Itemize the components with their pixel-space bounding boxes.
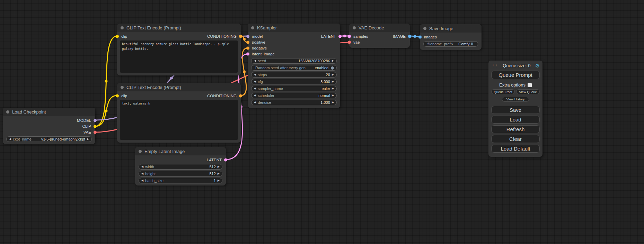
vae-input-dot[interactable] xyxy=(348,40,351,44)
output-port-latent[interactable]: LATENT xyxy=(135,157,226,163)
increment-arrow-icon[interactable]: ▶ xyxy=(332,94,334,97)
width-widget[interactable]: ◀ width 512 ▶ xyxy=(139,164,222,170)
increment-arrow-icon[interactable]: ▶ xyxy=(332,80,334,83)
input-port-latent-image[interactable]: latent_image xyxy=(248,51,340,57)
node-clip-text-encode-positive[interactable]: CLIP Text Encode (Prompt) clip CONDITION… xyxy=(117,24,241,75)
link-midpoint-dot[interactable] xyxy=(105,110,108,112)
input-port-positive[interactable]: positive xyxy=(248,39,340,45)
input-port-negative[interactable]: negative xyxy=(248,45,340,51)
decrement-arrow-icon[interactable]: ◀ xyxy=(254,94,256,97)
clip-port-dot[interactable] xyxy=(94,125,97,128)
increment-arrow-icon[interactable]: ▶ xyxy=(87,138,89,141)
drag-handle-icon[interactable]: ⋮⋮ xyxy=(491,63,498,68)
conditioning-output-dot[interactable] xyxy=(239,35,242,38)
extra-options-checkbox[interactable] xyxy=(528,83,532,87)
view-history-button[interactable]: View History xyxy=(502,97,529,102)
node-ksampler[interactable]: KSampler model LATENT positive negative … xyxy=(248,24,340,108)
decrement-arrow-icon[interactable]: ◀ xyxy=(141,179,143,182)
toggle-on-dot[interactable] xyxy=(331,66,334,70)
collapse-dot[interactable] xyxy=(423,27,426,30)
collapse-dot[interactable] xyxy=(139,150,142,153)
load-default-button[interactable]: Load Default xyxy=(491,145,540,153)
link-midpoint-dot[interactable] xyxy=(414,35,416,38)
node-save-image[interactable]: Save Image images filename_prefix ComfyU… xyxy=(420,24,482,50)
negative-input-dot[interactable] xyxy=(246,46,249,49)
node-title-bar[interactable]: Empty Latent Image xyxy=(135,147,226,155)
batch-size-widget[interactable]: ◀ batch_size 1 ▶ xyxy=(139,178,222,183)
node-title-bar[interactable]: Save Image xyxy=(420,24,482,33)
decrement-arrow-icon[interactable]: ◀ xyxy=(141,165,143,168)
conditioning-output-dot[interactable] xyxy=(239,94,242,97)
decrement-arrow-icon[interactable]: ◀ xyxy=(9,138,11,141)
link-midpoint-dot[interactable] xyxy=(243,38,246,40)
queue-front-button[interactable]: Queue Front xyxy=(491,89,515,94)
refresh-button[interactable]: Refresh xyxy=(491,125,540,133)
decrement-arrow-icon[interactable]: ◀ xyxy=(254,80,256,83)
ckpt-name-widget[interactable]: ◀ ckpt_name v1-5-pruned-emaonly.ckpt ▶ xyxy=(6,136,92,142)
increment-arrow-icon[interactable]: ▶ xyxy=(332,87,334,90)
link-midpoint-dot[interactable] xyxy=(105,80,108,83)
clip-input-dot[interactable] xyxy=(116,94,119,97)
clip-input-dot[interactable] xyxy=(116,35,119,38)
latent-output-dot[interactable] xyxy=(338,35,342,38)
collapse-dot[interactable] xyxy=(251,26,254,29)
latent-image-input-dot[interactable] xyxy=(246,52,249,55)
node-title-bar[interactable]: CLIP Text Encode (Prompt) xyxy=(117,24,241,32)
increment-arrow-icon[interactable]: ▶ xyxy=(332,73,334,76)
output-port-model[interactable]: MODEL xyxy=(3,117,95,123)
link-midpoint-dot[interactable] xyxy=(343,35,346,37)
node-title-bar[interactable]: CLIP Text Encode (Prompt) xyxy=(117,83,241,91)
decrement-arrow-icon[interactable]: ◀ xyxy=(141,172,143,175)
collapse-dot[interactable] xyxy=(121,26,124,29)
increment-arrow-icon[interactable]: ▶ xyxy=(218,165,220,168)
steps-widget[interactable]: ◀ steps 20 ▶ xyxy=(251,72,337,78)
scheduler-widget[interactable]: ◀ scheduler normal ▶ xyxy=(251,93,337,98)
prompt-textarea[interactable]: text, watermark xyxy=(120,100,238,140)
link-midpoint-dot[interactable] xyxy=(243,71,246,73)
samples-input-dot[interactable] xyxy=(348,35,351,38)
collapse-dot[interactable] xyxy=(121,86,124,89)
model-port-dot[interactable] xyxy=(94,119,97,122)
images-input-dot[interactable] xyxy=(418,35,422,38)
latent-port-dot[interactable] xyxy=(224,158,227,161)
node-title-bar[interactable]: KSampler xyxy=(248,24,340,32)
denoise-widget[interactable]: ◀ denoise 1.000 ▶ xyxy=(251,100,337,105)
clear-button[interactable]: Clear xyxy=(491,135,540,143)
node-vae-decode[interactable]: VAE Decode samples IMAGE vae xyxy=(349,24,410,48)
node-title-bar[interactable]: Load Checkpoint xyxy=(3,108,95,116)
input-port-vae[interactable]: vae xyxy=(349,39,410,45)
image-output-dot[interactable] xyxy=(408,35,411,38)
increment-arrow-icon[interactable]: ▶ xyxy=(218,172,220,175)
collapse-dot[interactable] xyxy=(6,110,9,114)
decrement-arrow-icon[interactable]: ◀ xyxy=(254,73,256,76)
filename-prefix-widget[interactable]: filename_prefix ComfyUI xyxy=(423,41,478,47)
output-port-vae[interactable]: VAE xyxy=(3,129,95,135)
collapse-dot[interactable] xyxy=(353,26,356,29)
view-queue-button[interactable]: View Queue xyxy=(516,89,540,94)
prompt-textarea[interactable]: beautiful scenery nature glass bottle la… xyxy=(120,40,238,73)
node-title-bar[interactable]: VAE Decode xyxy=(349,24,410,32)
random-seed-toggle-widget[interactable]: Random seed after every gen enabled xyxy=(251,65,337,71)
node-clip-text-encode-negative[interactable]: CLIP Text Encode (Prompt) clip CONDITION… xyxy=(117,83,241,143)
decrement-arrow-icon[interactable]: ◀ xyxy=(254,60,256,62)
output-port-clip[interactable]: CLIP xyxy=(3,123,95,129)
increment-arrow-icon[interactable]: ▶ xyxy=(332,60,334,62)
save-button[interactable]: Save xyxy=(491,106,540,114)
model-input-dot[interactable] xyxy=(246,35,249,38)
vae-port-dot[interactable] xyxy=(94,130,97,134)
sampler-name-widget[interactable]: ◀ sampler_name euler ▶ xyxy=(251,86,337,91)
load-button[interactable]: Load xyxy=(491,116,540,124)
cfg-widget[interactable]: ◀ cfg 8.000 ▶ xyxy=(251,79,337,84)
positive-input-dot[interactable] xyxy=(246,40,249,44)
node-empty-latent-image[interactable]: Empty Latent Image LATENT ◀ width 512 ▶ … xyxy=(135,147,226,186)
decrement-arrow-icon[interactable]: ◀ xyxy=(254,87,256,90)
settings-gear-icon[interactable]: ⚙ xyxy=(535,63,540,68)
seed-widget[interactable]: ◀ seed 156680208700286 ▶ xyxy=(251,58,337,64)
input-port-images[interactable]: images xyxy=(420,34,482,40)
increment-arrow-icon[interactable]: ▶ xyxy=(332,101,334,104)
queue-prompt-button[interactable]: Queue Prompt xyxy=(491,71,540,79)
link-midpoint-dot[interactable] xyxy=(170,77,173,80)
height-widget[interactable]: ◀ height 512 ▶ xyxy=(139,171,222,177)
node-load-checkpoint[interactable]: Load Checkpoint MODEL CLIP VAE ◀ ckpt_na… xyxy=(3,108,95,144)
increment-arrow-icon[interactable]: ▶ xyxy=(218,179,220,182)
